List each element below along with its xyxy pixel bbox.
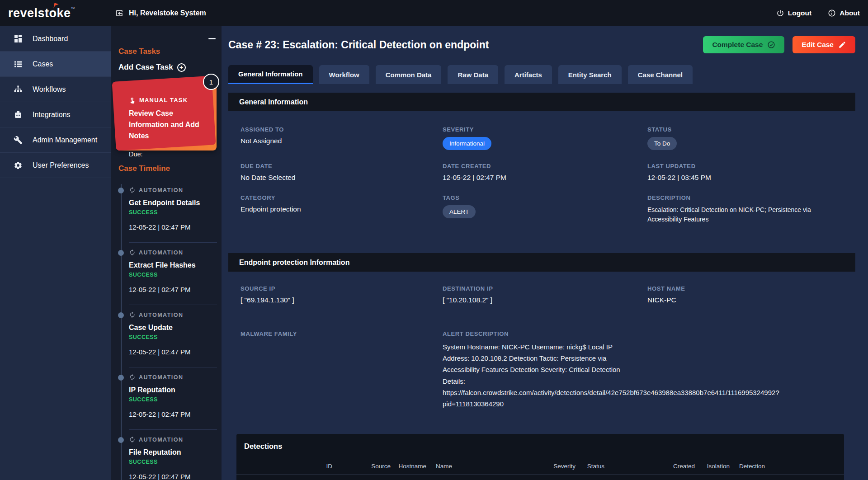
sidebar-item-user-preferences[interactable]: User Preferences <box>0 153 111 178</box>
manual-task-card[interactable]: 1 MANUAL TASK Review Case Information an… <box>116 82 217 151</box>
sidebar-item-cases[interactable]: Cases <box>0 52 111 77</box>
task-due-label: Due: <box>129 151 209 158</box>
timeline-timestamp: 12-05-22 | 02:47 PM <box>129 348 215 356</box>
main-sidebar: Dashboard Cases Workflows Integrations A… <box>0 26 111 480</box>
timeline-title: Extract File Hashes <box>129 261 215 269</box>
sidebar-label: Workflows <box>33 85 66 94</box>
due-date-field: DUE DATE No Date Selected <box>241 163 443 182</box>
timeline-item[interactable]: AUTOMATION IP Reputation SUCCESS 12-05-2… <box>111 367 222 430</box>
status-badge: To Do <box>647 137 677 150</box>
tab-entity-search[interactable]: Entity Search <box>558 65 622 84</box>
tab-common-data[interactable]: Common Data <box>376 65 442 84</box>
tab-raw-data[interactable]: Raw Data <box>448 65 498 84</box>
collapse-panel-button[interactable] <box>208 38 216 39</box>
case-timeline-heading: Case Timeline <box>118 164 222 173</box>
timeline-type: AUTOMATION <box>129 187 215 193</box>
timeline-item[interactable]: AUTOMATION Get Endpoint Details SUCCESS … <box>111 180 222 243</box>
tags-field: TAGS ALERT <box>443 194 647 224</box>
malware-family-field: MALWARE FAMILY <box>241 330 443 409</box>
status-field: STATUS To Do <box>647 126 855 150</box>
detections-panel: Detections ID Source Hostname Name Sever… <box>236 434 844 480</box>
column-header-created: Created <box>604 463 695 470</box>
tab-case-channel[interactable]: Case Channel <box>628 65 693 84</box>
column-header-id: ID <box>236 463 332 470</box>
case-tabs: General Information Workflow Common Data… <box>228 65 868 84</box>
endpoint-protection-section-header: Endpoint protection Information <box>228 253 855 272</box>
severity-field: SEVERITY Informational <box>443 126 647 150</box>
edit-case-label: Edit Case <box>802 41 834 49</box>
timeline-title: IP Reputation <box>129 386 215 394</box>
task-type-row: MANUAL TASK <box>129 97 209 104</box>
sidebar-label: Admin Management <box>33 136 97 144</box>
case-timeline: AUTOMATION Get Endpoint Details SUCCESS … <box>111 180 222 480</box>
timeline-timestamp: 12-05-22 | 02:47 PM <box>129 473 215 480</box>
detections-heading: Detections <box>236 434 844 458</box>
automation-icon <box>129 311 136 318</box>
detections-table-header: ID Source Hostname Name Severity Status … <box>236 458 844 475</box>
edit-case-button[interactable]: Edit Case <box>793 36 855 53</box>
about-label: About <box>840 9 860 17</box>
destination-ip-field: DESTINATION IP [ "10.20.108.2" ] <box>443 285 647 304</box>
case-title: Case # 23: Escalation: Critical Detectio… <box>228 39 703 51</box>
sidebar-item-dashboard[interactable]: Dashboard <box>0 26 111 52</box>
logo-trademark: ™ <box>71 6 75 11</box>
sidebar-label: Dashboard <box>33 35 68 43</box>
tag-badge: ALERT <box>443 205 476 218</box>
timeline-type: AUTOMATION <box>129 374 215 381</box>
add-case-task-button[interactable]: Add Case Task + <box>118 63 222 72</box>
automation-icon <box>129 249 136 256</box>
workflows-icon <box>14 85 23 94</box>
case-tasks-panel: Case Tasks Add Case Task + 1 MANUAL TASK… <box>111 26 222 480</box>
wrench-icon <box>14 136 23 145</box>
sidebar-label: Integrations <box>33 111 71 119</box>
column-header-isolation: Isolation <box>695 463 730 470</box>
sidebar-item-integrations[interactable]: Integrations <box>0 102 111 127</box>
sidebar-label: Cases <box>33 60 53 68</box>
sidebar-item-workflows[interactable]: Workflows <box>0 77 111 102</box>
tab-workflow[interactable]: Workflow <box>319 65 369 84</box>
general-information-section-header: General Information <box>228 93 855 111</box>
sidebar-item-admin-management[interactable]: Admin Management <box>0 127 111 153</box>
about-button[interactable]: About <box>828 9 860 17</box>
case-tasks-heading: Case Tasks <box>118 47 222 56</box>
gear-icon <box>14 161 23 170</box>
assigned-to-field: ASSIGNED TO Not Assigned <box>241 126 443 150</box>
automation-icon <box>129 187 136 193</box>
exit-app-icon <box>115 9 123 17</box>
column-header-hostname: Hostname <box>391 463 426 470</box>
info-icon <box>828 9 836 17</box>
description-field: DESCRIPTION Escalation: Critical Detecti… <box>647 194 855 224</box>
host-name-field: HOST NAME NICK-PC <box>647 285 855 304</box>
tab-content: General Information ASSIGNED TO Not Assi… <box>228 93 855 480</box>
tab-artifacts[interactable]: Artifacts <box>505 65 552 84</box>
complete-case-button[interactable]: Complete Case <box>703 36 784 53</box>
revelstoke-logo: revelstoke™ <box>0 6 111 20</box>
timeline-item[interactable]: AUTOMATION File Reputation SUCCESS 12-05… <box>111 430 222 480</box>
timeline-timestamp: 12-05-22 | 02:47 PM <box>129 410 215 418</box>
timeline-status: SUCCESS <box>129 459 215 465</box>
timeline-status: SUCCESS <box>129 334 215 340</box>
alert-description-text: System Hostname: NICK-PC Username: nickg… <box>443 341 855 409</box>
column-header-detection: Detection <box>730 463 765 470</box>
pencil-icon <box>838 41 846 49</box>
logo-flag-icon <box>52 2 60 9</box>
column-header-source: Source <box>332 463 391 470</box>
timeline-timestamp: 12-05-22 | 02:47 PM <box>129 223 215 231</box>
source-ip-field: SOURCE IP [ "69.194.1.130" ] <box>241 285 443 304</box>
top-bar: revelstoke™ Hi, Revelstoke System Logout… <box>0 0 868 26</box>
power-icon <box>776 9 784 17</box>
column-header-severity: Severity <box>452 463 576 470</box>
timeline-type: AUTOMATION <box>129 311 215 318</box>
tab-general-information[interactable]: General Information <box>228 65 313 84</box>
logout-button[interactable]: Logout <box>776 9 812 17</box>
logout-label: Logout <box>788 9 812 17</box>
timeline-timestamp: 12-05-22 | 02:47 PM <box>129 286 215 293</box>
plus-circle-icon: + <box>177 63 186 72</box>
integrations-icon <box>14 110 23 119</box>
timeline-item[interactable]: AUTOMATION Extract File Hashes SUCCESS 1… <box>111 243 222 305</box>
timeline-status: SUCCESS <box>129 396 215 403</box>
detections-table-row[interactable]: 42e752bf673e463988ea33880b7e6411 CrowdSt… <box>236 475 844 480</box>
timeline-item[interactable]: AUTOMATION Case Update SUCCESS 12-05-22 … <box>111 305 222 367</box>
general-information-fields: ASSIGNED TO Not Assigned SEVERITY Inform… <box>228 111 855 253</box>
topbar-actions: Logout About <box>776 9 868 17</box>
